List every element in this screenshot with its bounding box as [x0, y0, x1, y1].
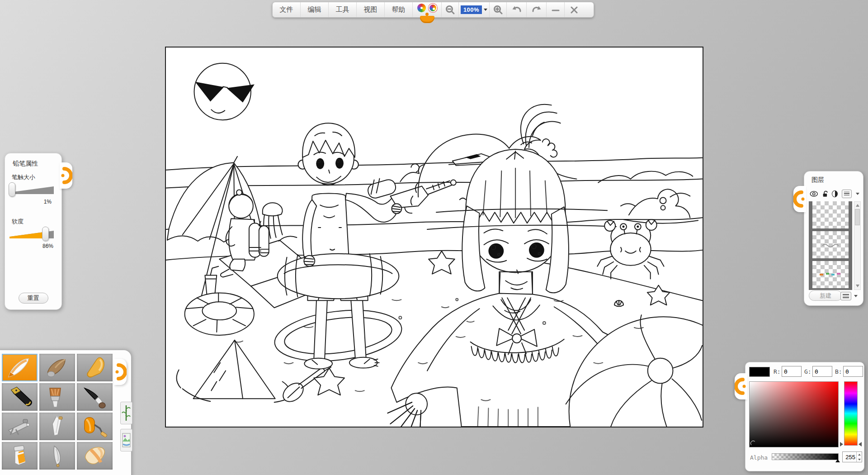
layers-title: 图层	[811, 176, 824, 184]
paintbrush-icon	[42, 385, 72, 409]
paint-bottle-icon	[5, 444, 35, 468]
panel-drag-handle[interactable]	[60, 162, 72, 189]
brush-size-thumb[interactable]	[9, 182, 15, 197]
crayon-icon	[80, 356, 110, 380]
crab	[597, 219, 664, 279]
tool-ink-brush[interactable]	[77, 383, 113, 411]
tool-paint-bottle[interactable]	[2, 442, 38, 470]
minimize-button[interactable]	[547, 2, 565, 17]
layers-drag-handle[interactable]	[793, 186, 806, 212]
redo-button[interactable]	[527, 2, 547, 17]
seashell	[614, 300, 623, 306]
softness-value: 86%	[42, 243, 53, 249]
tool-paint-roller[interactable]	[77, 413, 113, 440]
hue-marker-right-icon[interactable]	[859, 442, 862, 446]
r-label: R:	[774, 368, 781, 375]
brush-size-track[interactable]	[9, 186, 54, 194]
eraser-icon	[80, 444, 110, 468]
palette-drag-handle[interactable]	[114, 359, 127, 385]
b-input[interactable]	[843, 366, 863, 377]
layers-bottom-menu-button[interactable]	[840, 292, 851, 300]
scroll-up-icon[interactable]	[856, 204, 859, 207]
layer-menu-arrow-icon[interactable]	[856, 193, 859, 195]
close-button[interactable]	[565, 2, 584, 17]
tool-charcoal-pencil[interactable]	[39, 354, 75, 381]
logo-smile-icon	[420, 16, 434, 23]
opacity-half-moon-icon[interactable]	[832, 190, 838, 197]
brush-size-value: 1%	[44, 199, 52, 205]
softness-slider[interactable]	[9, 228, 54, 241]
bamboo-stamp-button[interactable]	[120, 402, 132, 424]
charcoal-pencil-icon	[42, 356, 72, 380]
scrollbar-thumb[interactable]	[855, 209, 860, 225]
tool-pencil[interactable]	[2, 354, 38, 381]
handle-grip-icon	[114, 359, 127, 385]
minimize-icon	[551, 5, 560, 14]
zoom-level-value[interactable]: 100%	[461, 5, 482, 14]
tool-crayon[interactable]	[77, 354, 113, 381]
zoom-in-button[interactable]	[490, 2, 507, 17]
menu-file[interactable]: 文件	[273, 2, 301, 17]
saturation-value-square[interactable]	[749, 381, 839, 447]
sun-with-sunglasses	[194, 63, 255, 120]
b-label: B:	[835, 368, 842, 375]
current-color-swatch[interactable]	[749, 367, 770, 377]
logo-left-eye-icon	[417, 4, 426, 12]
layer-menu-button[interactable]	[842, 190, 852, 198]
drawing-canvas[interactable]	[165, 47, 703, 428]
tool-eraser[interactable]	[77, 442, 113, 470]
alpha-value-input[interactable]	[843, 452, 856, 462]
hue-marker-left-icon[interactable]	[840, 442, 843, 446]
sv-selection-marker	[750, 441, 756, 446]
menu-edit[interactable]: 编辑	[301, 2, 329, 17]
alpha-slider[interactable]	[772, 453, 839, 460]
layer-list	[809, 201, 852, 290]
paint-roller-icon	[80, 415, 110, 438]
tool-airbrush[interactable]	[2, 413, 38, 440]
bamboo-icon	[122, 404, 131, 423]
layer-thumbnail-2[interactable]	[812, 231, 849, 258]
lock-open-icon[interactable]	[822, 190, 828, 198]
tool-palette-knife[interactable]	[39, 413, 75, 440]
scroll-down-icon[interactable]	[856, 285, 859, 287]
alpha-spinner	[842, 451, 862, 462]
menu-view[interactable]: 视图	[357, 2, 385, 17]
reset-button[interactable]: 重置	[19, 293, 48, 304]
g-input[interactable]	[812, 366, 832, 377]
layer-thumbnail-1[interactable]	[812, 201, 849, 228]
tool-paintbrush[interactable]	[39, 383, 75, 411]
tool-carving-knife[interactable]	[39, 442, 75, 470]
handle-grip-icon	[793, 186, 806, 212]
undo-button[interactable]	[507, 2, 527, 17]
menu-tools[interactable]: 工具	[329, 2, 357, 17]
color-picker-panel: R: G: B: Alpha	[745, 362, 864, 471]
handle-grip-icon	[60, 162, 72, 189]
layers-bottom-menu-arrow-icon[interactable]	[854, 295, 858, 297]
picture-stamp-icon	[122, 431, 131, 450]
drink-cup	[205, 266, 218, 294]
zoom-dropdown-arrow-icon[interactable]	[484, 9, 487, 11]
new-layer-button[interactable]: 新建	[809, 290, 842, 301]
spin-up-icon[interactable]	[858, 454, 861, 456]
menu-help[interactable]: 帮助	[385, 2, 413, 17]
layer-thumbnail-3[interactable]	[812, 261, 849, 288]
boy-with-water-gun	[272, 123, 405, 369]
softness-thumb[interactable]	[42, 227, 49, 241]
spin-down-icon[interactable]	[858, 459, 861, 461]
r-input[interactable]	[782, 366, 802, 377]
hue-bar[interactable]	[844, 381, 858, 446]
main-toolbar: 文件 编辑 工具 视图 帮助 100%	[272, 2, 594, 18]
zoom-level-control[interactable]: 100%	[459, 2, 490, 17]
layer-3-content	[812, 261, 849, 288]
alpha-marker-icon[interactable]	[835, 459, 840, 462]
layer-scrollbar[interactable]	[854, 201, 861, 290]
zoom-out-button[interactable]	[442, 2, 459, 17]
fountain-pen-icon	[5, 385, 35, 409]
brush-size-slider[interactable]	[9, 183, 54, 197]
carving-knife-icon	[42, 444, 72, 468]
swim-ring-on-sand	[185, 293, 254, 335]
picture-stamp-button[interactable]	[120, 429, 132, 451]
visibility-eye-icon[interactable]	[810, 190, 818, 197]
palette-knife-icon	[42, 415, 72, 438]
tool-fountain-pen[interactable]	[2, 383, 38, 411]
